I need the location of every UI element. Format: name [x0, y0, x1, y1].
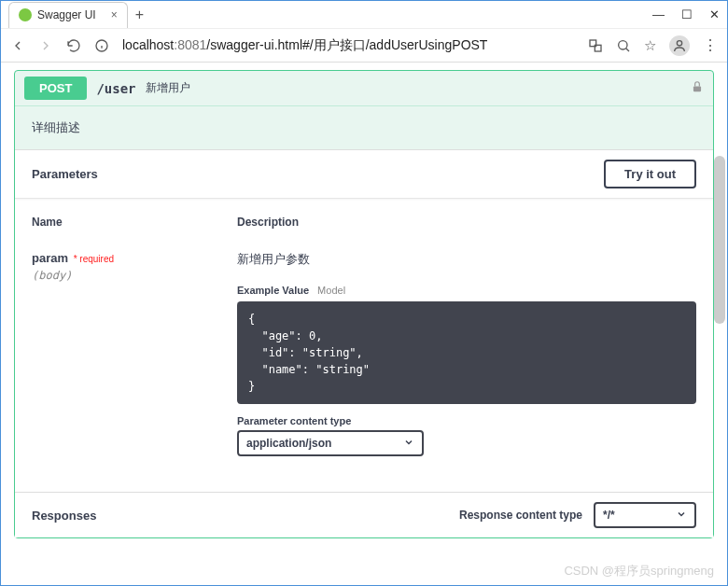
forward-icon[interactable] — [38, 38, 53, 53]
response-content-type-select[interactable]: */* — [594, 502, 696, 528]
param-location: (body) — [32, 269, 237, 282]
menu-icon[interactable]: ⋮ — [703, 36, 718, 54]
operation-summary: 新增用户 — [146, 80, 190, 96]
tab-example-value[interactable]: Example Value — [237, 285, 309, 296]
tab-title: Swagger UI — [37, 8, 96, 21]
svg-line-6 — [626, 48, 629, 50]
operation-path: /user — [96, 81, 135, 96]
close-window-icon[interactable]: ✕ — [709, 7, 720, 21]
chevron-down-icon — [403, 437, 414, 451]
page-viewport: POST /user 新增用户 详细描述 Parameters Try it o… — [1, 63, 727, 586]
maximize-icon[interactable]: ☐ — [681, 7, 693, 21]
zoom-icon[interactable] — [616, 38, 631, 53]
bookmark-icon[interactable]: ☆ — [644, 37, 656, 54]
operation-block: POST /user 新增用户 详细描述 Parameters Try it o… — [14, 70, 714, 538]
param-name: param — [32, 251, 68, 265]
address-bar: localhost:8081/swagger-ui.html#/用户接口/add… — [1, 29, 727, 63]
operation-header[interactable]: POST /user 新增用户 — [15, 71, 713, 105]
parameters-title: Parameters — [32, 167, 98, 181]
new-tab-button[interactable]: + — [135, 7, 144, 23]
param-content-type-select[interactable]: application/json — [237, 430, 424, 456]
back-icon[interactable] — [10, 38, 25, 53]
favicon-icon — [19, 8, 32, 21]
translate-icon[interactable] — [588, 38, 603, 53]
tab-model[interactable]: Model — [317, 285, 345, 296]
close-tab-icon[interactable]: × — [111, 8, 118, 21]
svg-point-7 — [677, 40, 681, 45]
response-content-type-label: Response content type — [459, 509, 582, 522]
parameter-row: param * required (body) 新增用户参数 Example V… — [32, 251, 696, 456]
parameters-table: Name Description param * required (body)… — [15, 199, 713, 473]
reload-icon[interactable] — [66, 38, 81, 53]
profile-avatar[interactable] — [669, 35, 690, 56]
browser-tab[interactable]: Swagger UI × — [8, 2, 128, 28]
try-it-out-button[interactable]: Try it out — [604, 160, 696, 188]
column-header-name: Name — [32, 216, 237, 229]
browser-titlebar: Swagger UI × + — ☐ ✕ — [1, 1, 727, 29]
param-content-type-label: Parameter content type — [237, 415, 696, 426]
responses-section-header: Responses Response content type */* — [15, 492, 713, 537]
http-method-badge: POST — [24, 77, 87, 100]
svg-point-5 — [619, 40, 627, 49]
example-code-block[interactable]: { "age": 0, "id": "string", "name": "str… — [237, 301, 696, 404]
param-description: 新增用户参数 — [237, 251, 696, 268]
scrollbar-thumb[interactable] — [714, 156, 725, 324]
lock-icon[interactable] — [691, 80, 704, 96]
responses-title: Responses — [32, 509, 96, 523]
svg-rect-8 — [693, 86, 701, 91]
operation-description: 详细描述 — [15, 105, 713, 149]
url-input[interactable]: localhost:8081/swagger-ui.html#/用户接口/add… — [122, 37, 575, 54]
info-icon[interactable] — [94, 38, 109, 53]
chevron-down-icon — [676, 509, 687, 523]
column-header-description: Description — [237, 216, 696, 229]
parameters-section-header: Parameters Try it out — [15, 150, 713, 199]
minimize-icon[interactable]: — — [652, 7, 665, 21]
param-required-label: * required — [74, 254, 114, 264]
